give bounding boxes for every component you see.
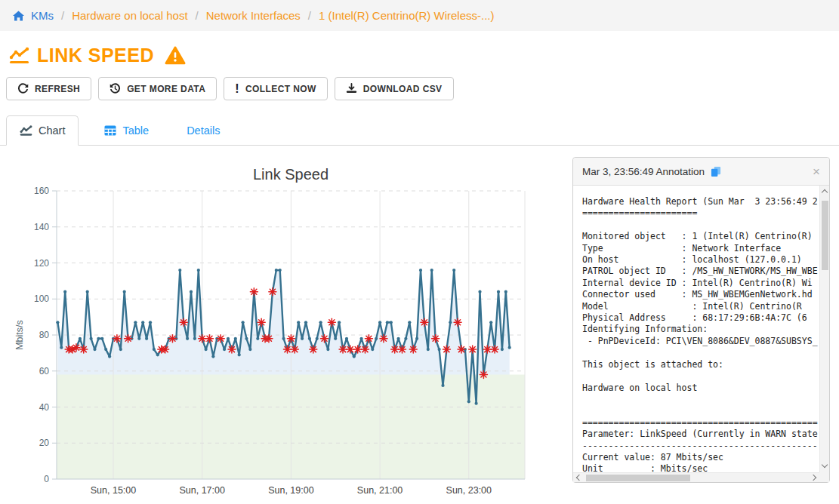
tab-chart-label: Chart — [39, 124, 65, 137]
chart-tab-icon — [20, 125, 32, 136]
tab-chart[interactable]: Chart — [6, 115, 79, 146]
toolbar: REFRESH GET MORE DATA ! COLLECT NOW — [6, 77, 454, 100]
get-more-data-button[interactable]: GET MORE DATA — [98, 77, 217, 100]
refresh-icon — [17, 83, 29, 94]
svg-text:Sun, 17:00: Sun, 17:00 — [179, 485, 225, 496]
svg-text:160: 160 — [34, 186, 49, 196]
svg-text:60: 60 — [39, 366, 50, 376]
download-csv-label: DOWNLOAD CSV — [363, 84, 443, 94]
breadcrumb-kms[interactable]: KMs — [31, 9, 54, 22]
scroll-right-arrow-icon[interactable] — [810, 475, 816, 481]
page-title: LINK SPEED — [37, 45, 154, 66]
table-tab-icon — [104, 125, 116, 136]
annotation-title: Mar 3, 23:56:49 Annotation — [582, 166, 705, 177]
annotation-content: Hardware Health Report (Sun Mar 3 23:56:… — [573, 186, 819, 472]
refresh-button[interactable]: REFRESH — [6, 77, 91, 100]
svg-text:Sun, 23:00: Sun, 23:00 — [446, 485, 492, 496]
tab-details[interactable]: Details — [174, 115, 232, 145]
collect-now-button[interactable]: ! COLLECT NOW — [224, 77, 327, 100]
download-icon — [346, 83, 357, 94]
scroll-down-arrow-icon[interactable] — [822, 462, 828, 468]
annotation-header: Mar 3, 23:56:49 Annotation × — [573, 158, 829, 186]
svg-text:120: 120 — [34, 258, 49, 269]
vertical-scroll-thumb[interactable] — [822, 201, 828, 270]
close-icon[interactable]: × — [813, 165, 820, 178]
svg-text:140: 140 — [34, 222, 49, 232]
svg-text:Link Speed: Link Speed — [253, 166, 329, 183]
svg-text:100: 100 — [34, 293, 49, 304]
svg-text:0: 0 — [44, 474, 49, 484]
tab-table[interactable]: Table — [92, 115, 161, 145]
page-title-row: LINK SPEED — [9, 45, 186, 66]
tab-bar: Chart Table Details — [0, 115, 839, 146]
exclamation-icon: ! — [235, 83, 239, 95]
history-icon — [110, 83, 121, 94]
scrollbar-corner — [819, 472, 829, 482]
svg-text:Sun, 19:00: Sun, 19:00 — [268, 485, 314, 496]
horizontal-scroll-thumb[interactable] — [586, 475, 690, 481]
breadcrumb-interface-item[interactable]: 1 (Intel(R) Centrino(R) Wireless-...) — [319, 9, 495, 22]
get-more-data-label: GET MORE DATA — [127, 84, 205, 94]
tab-details-label: Details — [187, 124, 220, 137]
copy-icon[interactable] — [711, 166, 721, 177]
link-speed-chart: 020406080100120140160Sun, 15:00Sun, 17:0… — [0, 155, 563, 502]
breadcrumb-network-interfaces[interactable]: Network Interfaces — [206, 9, 301, 22]
svg-text:20: 20 — [39, 438, 50, 448]
svg-text:Sun, 15:00: Sun, 15:00 — [91, 485, 137, 496]
tab-table-label: Table — [122, 124, 149, 137]
breadcrumb-separator: / — [196, 9, 199, 22]
svg-text:40: 40 — [39, 402, 50, 413]
warning-icon — [165, 46, 186, 65]
svg-text:Sun, 21:00: Sun, 21:00 — [357, 485, 403, 496]
breadcrumb: KMs / Hardware on local host / Network I… — [0, 0, 839, 31]
annotation-vertical-scrollbar[interactable] — [819, 186, 829, 472]
line-chart-icon — [9, 47, 29, 64]
annotation-horizontal-scrollbar[interactable] — [573, 472, 819, 482]
refresh-label: REFRESH — [35, 84, 80, 94]
scroll-up-arrow-icon[interactable] — [822, 189, 828, 195]
home-icon[interactable] — [12, 10, 25, 22]
svg-text:Mbits/s: Mbits/s — [14, 320, 25, 350]
download-csv-button[interactable]: DOWNLOAD CSV — [335, 77, 454, 100]
annotation-panel: Mar 3, 23:56:49 Annotation × Hardware He… — [572, 157, 830, 483]
collect-now-label: COLLECT NOW — [245, 84, 316, 94]
scroll-left-arrow-icon[interactable] — [576, 475, 582, 481]
breadcrumb-separator: / — [308, 9, 311, 22]
svg-text:80: 80 — [39, 330, 50, 340]
breadcrumb-hardware-on-local-host[interactable]: Hardware on local host — [72, 9, 187, 22]
breadcrumb-separator: / — [61, 9, 64, 22]
